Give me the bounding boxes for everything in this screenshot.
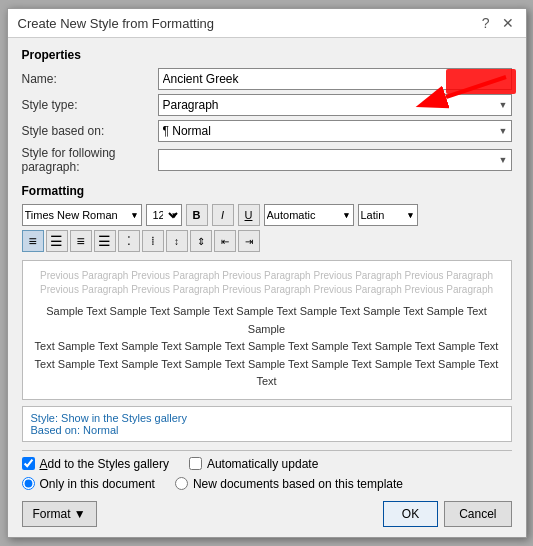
align-left-button[interactable]: ≡ [22,230,44,252]
align-distributed-button[interactable]: ⁚ [118,230,140,252]
style-info-line1: Style: Show in the Styles gallery [31,412,503,424]
options-row: Add to the Styles gallery Automatically … [22,457,512,471]
formatting-section-label: Formatting [22,184,512,198]
color-select[interactable]: Automatic [264,204,354,226]
properties-grid: Name: Style type: Paragraph Style based … [22,68,512,174]
help-button[interactable]: ? [480,15,492,31]
lang-select[interactable]: Latin [358,204,418,226]
align-right-to-left-button[interactable]: ⁞ [142,230,164,252]
only-document-label[interactable]: Only in this document [22,477,155,491]
divider [22,450,512,451]
ok-button[interactable]: OK [383,501,438,527]
line-spacing-button[interactable]: ↕ [166,230,188,252]
color-container: Automatic ▼ [264,204,354,226]
new-documents-label[interactable]: New documents based on this template [175,477,403,491]
lang-container: Latin ▼ [358,204,418,226]
auto-update-label[interactable]: Automatically update [189,457,318,471]
title-bar-controls: ? ✕ [480,15,516,31]
name-label: Name: [22,68,152,90]
font-toolbar: Times New Roman ▼ 12 B I U Automatic ▼ [22,204,512,226]
style-following-label: Style for following paragraph: [22,146,152,174]
style-based-select[interactable]: ¶ Normal [158,120,512,142]
formatting-section: Formatting Times New Roman ▼ 12 B I U [22,184,512,252]
auto-update-text: Automatically update [207,457,318,471]
preview-box: Previous Paragraph Previous Paragraph Pr… [22,260,512,400]
align-center-button[interactable]: ☰ [46,230,68,252]
style-type-container: Paragraph [158,94,512,116]
radio-row: Only in this document New documents base… [22,477,512,491]
style-info-line2: Based on: Normal [31,424,503,436]
style-info: Style: Show in the Styles gallery Based … [22,406,512,442]
add-to-gallery-text: Add to the Styles gallery [40,457,169,471]
create-style-dialog: Create New Style from Formatting ? ✕ Pro… [7,8,527,538]
line-spacing-more-button[interactable]: ⇕ [190,230,212,252]
align-justify-button[interactable]: ☰ [94,230,116,252]
new-documents-radio[interactable] [175,477,188,490]
name-field-container [158,68,512,90]
title-bar: Create New Style from Formatting ? ✕ [8,9,526,38]
italic-button[interactable]: I [212,204,234,226]
format-button[interactable]: Format ▼ [22,501,97,527]
style-following-container [158,146,512,174]
bold-button[interactable]: B [186,204,208,226]
only-document-text: Only in this document [40,477,155,491]
add-to-gallery-label[interactable]: Add to the Styles gallery [22,457,169,471]
font-name-container: Times New Roman ▼ [22,204,142,226]
font-name-select[interactable]: Times New Roman [22,204,142,226]
style-based-label: Style based on: [22,120,152,142]
preview-sample: Sample Text Sample Text Sample Text Samp… [31,303,503,391]
font-size-select[interactable]: 12 [146,204,182,226]
dialog-title: Create New Style from Formatting [18,16,215,31]
properties-section-label: Properties [22,48,512,62]
align-right-button[interactable]: ≡ [70,230,92,252]
style-type-label: Style type: [22,94,152,116]
style-based-container: ¶ Normal [158,120,512,142]
add-to-gallery-checkbox[interactable] [22,457,35,470]
name-input[interactable] [158,68,512,90]
cancel-button[interactable]: Cancel [444,501,511,527]
close-button[interactable]: ✕ [500,15,516,31]
style-type-select[interactable]: Paragraph [158,94,512,116]
only-document-radio[interactable] [22,477,35,490]
align-toolbar: ≡ ☰ ≡ ☰ ⁚ ⁞ ↕ ⇕ ⇤ ⇥ [22,230,512,252]
preview-previous: Previous Paragraph Previous Paragraph Pr… [31,269,503,297]
style-following-select[interactable] [158,149,512,171]
bottom-row: Format ▼ OK Cancel [22,501,512,527]
indent-right-button[interactable]: ⇥ [238,230,260,252]
indent-left-button[interactable]: ⇤ [214,230,236,252]
right-buttons: OK Cancel [383,501,512,527]
underline-button[interactable]: U [238,204,260,226]
dialog-body: Properties Name: Style type: Paragraph S… [8,38,526,537]
font-size-container: 12 [146,204,182,226]
new-documents-text: New documents based on this template [193,477,403,491]
auto-update-checkbox[interactable] [189,457,202,470]
